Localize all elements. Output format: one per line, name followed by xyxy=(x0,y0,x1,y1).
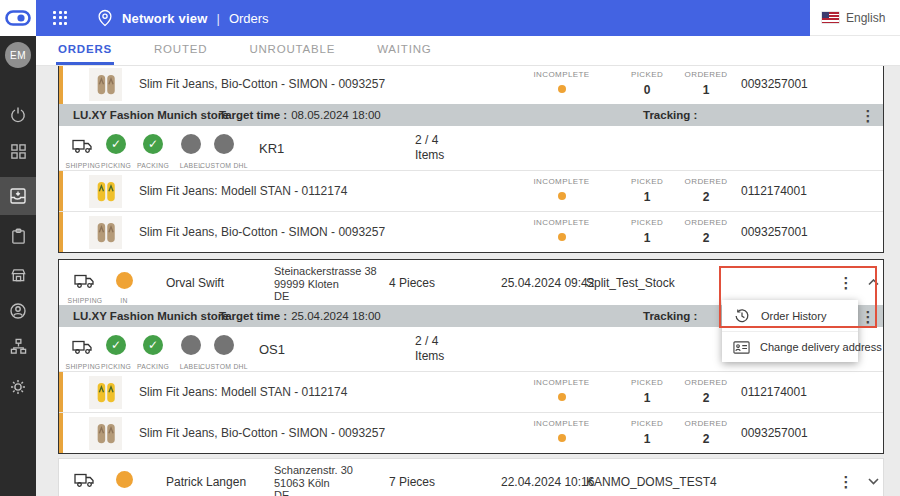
items-count: 2 / 4Items xyxy=(415,133,444,163)
check-icon: ✓ xyxy=(106,134,126,154)
dashboard-icon[interactable] xyxy=(0,133,36,169)
incomplete-status: INCOMPLETE xyxy=(514,378,609,405)
product-name: Slim Fit Jeans: Modell STAN - 0112174 xyxy=(139,372,347,412)
chevron-up-icon xyxy=(868,279,879,286)
orders-app: Network view | Orders English EM xyxy=(0,0,900,496)
expand-button[interactable] xyxy=(861,459,885,496)
product-image xyxy=(89,175,122,208)
ordered-count: ORDERED2 xyxy=(666,177,746,204)
orders-list: Slim Fit Jeans, Bio-Cotton - SIMON - 009… xyxy=(36,66,900,496)
tasks-clipboard-icon[interactable] xyxy=(0,218,36,254)
product-image xyxy=(89,68,122,101)
ordered-count: ORDERED2 xyxy=(666,419,746,446)
warehouse-code: OS1 xyxy=(259,327,285,371)
account-icon[interactable] xyxy=(0,293,36,329)
order-item-row: Slim Fit Jeans, Bio-Cotton - SIMON - 009… xyxy=(59,412,883,453)
article-number: 0112174001 xyxy=(741,171,807,211)
kebab-icon: ⋮ xyxy=(861,108,876,123)
ordered-count: ORDERED2 xyxy=(666,218,746,245)
kebab-icon: ⋮ xyxy=(839,474,854,489)
language-label: English xyxy=(846,11,885,25)
language-selector[interactable]: English xyxy=(810,0,900,36)
order-card-1: Slim Fit Jeans, Bio-Cotton - SIMON - 009… xyxy=(58,66,884,253)
custom-dhl-status: CUSTOM DHL xyxy=(196,132,252,172)
items-count: 2 / 4Items xyxy=(415,334,444,364)
target-time: Target time :25.04.2024 18:00 xyxy=(219,305,381,327)
routing-name: Split_Test_Stock xyxy=(586,260,675,305)
tab-waiting[interactable]: WAITING xyxy=(375,36,433,65)
incomplete-dot xyxy=(558,434,566,442)
logout-power-icon[interactable] xyxy=(0,97,36,133)
incomplete-dot xyxy=(558,393,566,401)
product-image xyxy=(89,376,122,409)
network-pin-icon xyxy=(96,9,114,27)
product-image xyxy=(89,216,122,249)
check-icon: ✓ xyxy=(106,335,126,355)
tracking-label: Tracking : xyxy=(643,305,697,327)
pieces-count: 4 Pieces xyxy=(389,260,435,305)
store-name: LU.XY Fashion Munich store xyxy=(73,305,229,327)
order-menu-button[interactable]: ⋮ xyxy=(836,459,856,496)
ordered-count: ORDERED2 xyxy=(666,378,746,405)
avatar[interactable]: EM xyxy=(5,42,31,68)
incomplete-status: INCOMPLETE xyxy=(514,218,609,245)
article-number: 0093257001 xyxy=(741,413,808,453)
order-item-row: Slim Fit Jeans: Modell STAN - 0112174 IN… xyxy=(59,170,883,211)
collapse-button[interactable] xyxy=(861,260,885,305)
in-progress-status: IN PROGRESS xyxy=(98,466,150,496)
order-menu-button[interactable]: ⋮ xyxy=(836,260,856,305)
us-flag-icon xyxy=(822,12,839,23)
tab-unroutable[interactable]: UNROUTABLE xyxy=(247,36,337,65)
product-name: Slim Fit Jeans: Modell STAN - 0112174 xyxy=(139,171,347,211)
apps-grid-icon[interactable] xyxy=(53,11,68,26)
kebab-icon: ⋮ xyxy=(839,275,854,290)
product-name: Slim Fit Jeans, Bio-Cotton - SIMON - 009… xyxy=(139,66,385,104)
order-header-row[interactable]: SHIPPING IN PROGRESS Patrick Langen Scha… xyxy=(59,459,883,496)
contact-card-icon xyxy=(733,338,750,356)
warehouse-menu-button[interactable]: ⋮ xyxy=(858,305,878,327)
network-structure-icon[interactable] xyxy=(0,328,36,364)
warehouse-code: KR1 xyxy=(259,126,284,170)
order-header-row[interactable]: SHIPPING IN PROGRESS Orval Swift Steinac… xyxy=(59,260,883,305)
chevron-down-icon xyxy=(868,478,879,485)
article-number: 0093257001 xyxy=(741,212,808,252)
menu-item-order-history[interactable]: Order History xyxy=(722,300,858,331)
store-icon[interactable] xyxy=(0,257,36,293)
tab-orders[interactable]: ORDERS xyxy=(56,36,114,65)
sidebar-item-orders[interactable] xyxy=(0,177,36,215)
tab-bar: ORDERS ROUTED UNROUTABLE WAITING xyxy=(36,36,900,66)
custom-dhl-status: CUSTOM DHL xyxy=(196,333,252,373)
kebab-icon: ⋮ xyxy=(861,309,876,324)
menu-item-change-delivery-address[interactable]: Change delivery address xyxy=(722,331,858,362)
top-bar: Network view | Orders English xyxy=(0,0,900,36)
ordered-count: ORDERED1 xyxy=(666,70,746,97)
in-progress-dot xyxy=(116,272,133,289)
settings-gear-icon[interactable] xyxy=(0,369,36,405)
order-card-3: SHIPPING IN PROGRESS Patrick Langen Scha… xyxy=(58,458,884,496)
order-date: 22.04.2024 10:16 xyxy=(501,459,594,496)
order-item-row: Slim Fit Jeans, Bio-Cotton - SIMON - 009… xyxy=(59,211,883,252)
order-date: 25.04.2024 09:42 xyxy=(501,260,594,305)
product-name: Slim Fit Jeans, Bio-Cotton - SIMON - 009… xyxy=(139,212,385,252)
pending-circle-icon xyxy=(214,335,234,355)
check-icon: ✓ xyxy=(143,134,163,154)
product-image xyxy=(89,417,122,450)
incomplete-dot xyxy=(558,192,566,200)
tab-routed[interactable]: ROUTED xyxy=(152,36,209,65)
customer-name: Patrick Langen xyxy=(166,459,246,496)
incomplete-status: INCOMPLETE xyxy=(514,177,609,204)
history-icon xyxy=(733,307,751,325)
title-divider: | xyxy=(217,11,220,26)
warehouse-menu-button[interactable]: ⋮ xyxy=(858,104,878,126)
app-title: Network view xyxy=(122,11,208,26)
order-item-row: Slim Fit Jeans: Modell STAN - 0112174 IN… xyxy=(59,371,883,412)
in-progress-dot xyxy=(116,471,133,488)
incomplete-dot xyxy=(558,233,566,241)
sidebar: EM xyxy=(0,36,36,496)
incomplete-status: INCOMPLETE xyxy=(514,70,609,97)
delivery-address: Steinackerstrasse 3899999 KlotenDE xyxy=(274,265,377,303)
target-time: Target time :08.05.2024 18:00 xyxy=(219,104,381,126)
brand-logo[interactable] xyxy=(0,0,36,36)
incomplete-status: INCOMPLETE xyxy=(514,419,609,446)
page-title: Orders xyxy=(229,11,269,26)
